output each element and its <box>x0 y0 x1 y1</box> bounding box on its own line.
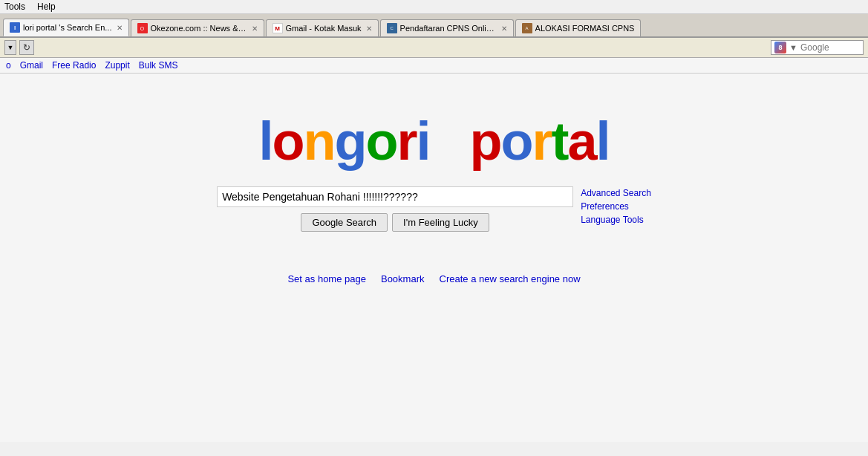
tab-bar: l lori portal 's Search En... ✕ O Okezon… <box>0 14 868 38</box>
advanced-links: Advanced Search Preferences Language Too… <box>581 188 651 225</box>
tab-close-gmail[interactable]: ✕ <box>366 25 372 33</box>
logo-char-o2: o <box>365 111 397 171</box>
google-search-button[interactable]: Google Search <box>301 213 388 232</box>
tab-favicon-cpns: C <box>387 23 397 33</box>
logo-char-g: g <box>334 111 365 171</box>
bookmark-bulksms[interactable]: Bulk SMS <box>139 60 178 71</box>
logo-char-r2: r <box>532 111 551 171</box>
menu-help[interactable]: Help <box>37 1 56 12</box>
feeling-lucky-button[interactable]: I'm Feeling Lucky <box>392 213 489 232</box>
bookmark-freeradio[interactable]: Free Radio <box>52 60 96 71</box>
language-tools-link[interactable]: Language Tools <box>581 215 651 225</box>
logo-char-p: p <box>469 111 500 171</box>
refresh-button[interactable]: ↻ <box>19 40 34 55</box>
tab-title-okezone: Okezone.com :: News & E... <box>151 24 247 33</box>
tab-title-alokasi: ALOKASI FORMASI CPNS <box>535 24 635 33</box>
logo-char-n: n <box>303 111 334 171</box>
page-content: longori portal Google Search I'm Feeling… <box>0 74 868 442</box>
tab-title-gmail: Gmail - Kotak Masuk <box>286 24 362 33</box>
search-center: Google Search I'm Feeling Lucky <box>217 186 573 232</box>
bookmark-link-footer[interactable]: Bookmark <box>381 273 425 284</box>
search-engine-icon: 8 <box>774 42 786 53</box>
bookmarks-bar: o Gmail Free Radio Zuppit Bulk SMS <box>0 58 868 74</box>
bookmark-o[interactable]: o <box>6 60 11 71</box>
logo-char-o1: o <box>272 111 303 171</box>
tab-alokasi[interactable]: A ALOKASI FORMASI CPNS <box>515 19 642 36</box>
logo-text: longori portal <box>258 111 609 171</box>
tab-close-okezone[interactable]: ✕ <box>252 25 258 33</box>
search-area: Google Search I'm Feeling Lucky Advanced… <box>217 186 651 232</box>
tab-close-cpns[interactable]: ✕ <box>501 25 507 33</box>
refresh-icon: ↻ <box>23 42 30 53</box>
advanced-search-link[interactable]: Advanced Search <box>581 188 651 198</box>
preferences-link[interactable]: Preferences <box>581 201 651 212</box>
tab-title-longori: lori portal 's Search En... <box>23 23 112 32</box>
logo-char-l: l <box>258 111 272 171</box>
bookmark-gmail[interactable]: Gmail <box>20 60 43 71</box>
tab-close-longori[interactable]: ✕ <box>117 24 123 32</box>
search-buttons: Google Search I'm Feeling Lucky <box>301 213 489 232</box>
tab-favicon-gmail: M <box>273 23 283 33</box>
dropdown-arrow-icon: ▼ <box>7 44 14 51</box>
tab-gmail[interactable]: M Gmail - Kotak Masuk ✕ <box>266 19 379 36</box>
tab-title-cpns: Pendaftaran CPNS Online ... <box>400 24 497 33</box>
tab-longori[interactable]: l lori portal 's Search En... ✕ <box>3 19 129 36</box>
menu-tools[interactable]: Tools <box>4 1 25 12</box>
menu-bar: Tools Help <box>0 0 868 14</box>
search-engine-input[interactable] <box>800 42 860 53</box>
tab-favicon-okezone: O <box>137 23 148 33</box>
address-bar: ▼ ↻ 8 ▼ <box>0 38 868 58</box>
tab-okezone[interactable]: O Okezone.com :: News & E... ✕ <box>131 19 264 36</box>
logo-char-o3: o <box>500 111 532 171</box>
set-home-page-link[interactable]: Set as home page <box>287 273 366 284</box>
logo-container: longori portal <box>258 111 609 172</box>
nav-dropdown-button[interactable]: ▼ <box>4 40 16 55</box>
logo-char-a: a <box>567 111 595 171</box>
logo-char-t: t <box>551 111 567 171</box>
search-input[interactable] <box>217 186 573 207</box>
tab-favicon-longori: l <box>10 22 20 33</box>
footer-links: Set as home page Bookmark Create a new s… <box>287 273 580 284</box>
search-engine-box: 8 ▼ <box>771 40 864 55</box>
logo-char-i: i <box>416 111 429 171</box>
logo-char-r: r <box>397 111 416 171</box>
logo-char-l2: l <box>596 111 610 171</box>
tab-cpns[interactable]: C Pendaftaran CPNS Online ... ✕ <box>380 19 514 36</box>
create-search-engine-link[interactable]: Create a new search engine now <box>440 273 581 284</box>
bookmark-zuppit[interactable]: Zuppit <box>105 60 129 71</box>
tab-favicon-alokasi: A <box>522 23 532 33</box>
search-engine-dropdown-icon: ▼ <box>789 43 797 52</box>
